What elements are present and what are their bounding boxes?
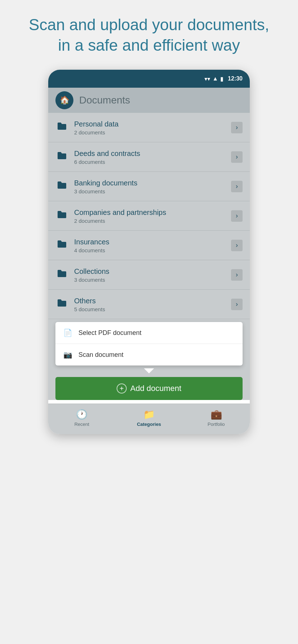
item-count: 4 documents [74,247,225,253]
scan-document-label: Scan document [78,351,123,359]
home-icon: 🏠 [60,96,69,105]
select-pdf-label: Select PDF document [78,329,141,337]
folder-icon [55,122,68,133]
battery-icon: ▮ [220,75,224,82]
wifi-icon: ▾▾ [204,75,210,82]
folder-icon [55,181,68,192]
chevron-right-icon: › [231,122,243,133]
add-plus-icon: + [117,383,127,394]
portfolio-icon: 💼 [211,409,222,420]
headline: Scan and upload your documents, in a saf… [0,14,298,55]
item-name: Banking documents [74,178,225,188]
popup-overlay: 📄 Select PDF document 📷 Scan document [48,322,250,373]
category-item[interactable]: Personal data 2 documents › [48,113,250,142]
scan-document-item[interactable]: 📷 Scan document [55,344,243,365]
add-document-button[interactable]: + Add document [55,377,243,400]
chevron-right-icon: › [231,299,243,310]
item-count: 6 documents [74,159,225,165]
item-count: 5 documents [74,306,225,312]
folder-icon [55,240,68,251]
item-name: Deeds and contracts [74,149,225,158]
nav-label-categories: Categories [137,422,161,427]
popup-menu: 📄 Select PDF document 📷 Scan document [55,322,243,365]
item-count: 2 documents [74,129,225,135]
select-pdf-item[interactable]: 📄 Select PDF document [55,322,243,344]
pdf-icon: 📄 [63,328,73,337]
item-text: Banking documents 3 documents [74,178,225,194]
chevron-right-icon: › [231,240,243,251]
bottom-nav: 🕐 Recent 📁 Categories 💼 Portfolio [48,404,250,434]
item-count: 2 documents [74,218,225,224]
status-icons: ▾▾ ▲ ▮ 12:30 [204,75,243,82]
nav-label-portfolio: Portfolio [208,422,225,427]
folder-icon [55,210,68,221]
category-item[interactable]: Deeds and contracts 6 documents › [48,142,250,172]
item-name: Collections [74,267,225,276]
camera-icon: 📷 [63,350,73,359]
item-text: Collections 3 documents [74,267,225,283]
item-text: Deeds and contracts 6 documents [74,149,225,165]
item-text: Personal data 2 documents [74,119,225,135]
category-list: Personal data 2 documents › Deeds and co… [48,113,250,400]
folder-icon [55,151,68,162]
item-text: Others 5 documents [74,296,225,312]
item-name: Others [74,296,225,305]
chevron-right-icon: › [231,151,243,163]
category-item[interactable]: Banking documents 3 documents › [48,172,250,201]
category-item[interactable]: Insurances 4 documents › [48,231,250,260]
categories-icon: 📁 [143,409,155,420]
signal-icon: ▲ [212,75,218,82]
home-button[interactable]: 🏠 [55,91,73,109]
item-name: Insurances [74,237,225,247]
nav-item-portfolio[interactable]: 💼 Portfolio [182,408,250,428]
folder-icon [55,269,68,280]
phone-frame: ▾▾ ▲ ▮ 12:30 🏠 Documents Personal data 2… [48,70,250,434]
category-item[interactable]: Collections 3 documents › [48,260,250,290]
nav-item-categories[interactable]: 📁 Categories [116,408,183,428]
status-time: 12:30 [228,75,243,82]
category-item[interactable]: Others 5 documents › [48,290,250,319]
nav-item-recent[interactable]: 🕐 Recent [48,408,116,428]
item-count: 3 documents [74,277,225,283]
folder-icon [55,299,68,310]
category-item[interactable]: Companies and partnerships 2 documents › [48,201,250,231]
item-text: Insurances 4 documents [74,237,225,253]
app-title: Documents [79,95,130,106]
item-text: Companies and partnerships 2 documents [74,208,225,224]
nav-label-recent: Recent [74,422,89,427]
chevron-right-icon: › [231,210,243,222]
chevron-right-icon: › [231,269,243,281]
item-count: 3 documents [74,188,225,194]
add-document-label: Add document [130,384,181,393]
item-name: Personal data [74,119,225,129]
popup-arrow [144,368,154,373]
item-name: Companies and partnerships [74,208,225,217]
status-bar: ▾▾ ▲ ▮ 12:30 [48,70,250,88]
app-header: 🏠 Documents [48,88,250,113]
recent-icon: 🕐 [76,409,87,420]
chevron-right-icon: › [231,181,243,192]
